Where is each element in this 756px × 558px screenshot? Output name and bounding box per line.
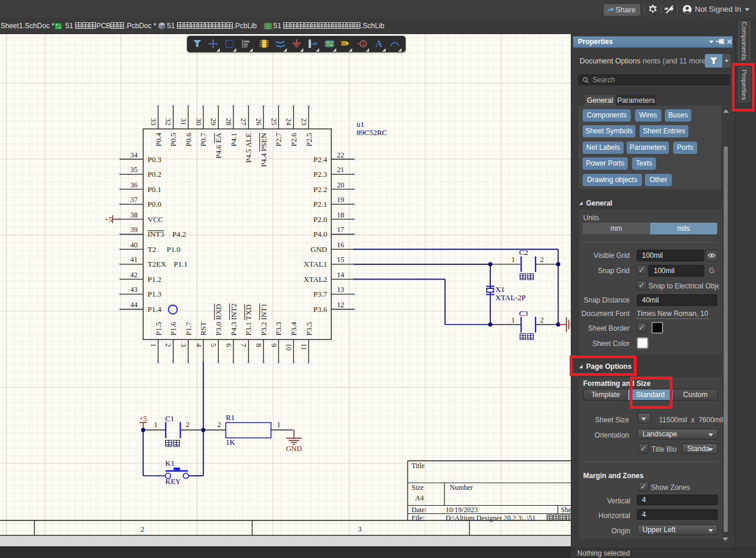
svg-text:P0.3: P0.3	[148, 155, 161, 164]
svg-text:1K: 1K	[226, 438, 236, 446]
svg-text:39: 39	[131, 226, 138, 234]
svg-text:2: 2	[186, 421, 189, 429]
svg-text:P4.0: P4.0	[313, 230, 327, 238]
svg-text:43: 43	[131, 285, 138, 294]
svg-text:36: 36	[131, 181, 138, 189]
svg-text:42: 42	[131, 271, 138, 279]
svg-text:XTAL-2P: XTAL-2P	[496, 293, 526, 302]
svg-text:C2: C2	[519, 248, 528, 257]
svg-text:A4: A4	[415, 494, 424, 502]
svg-text:P3.4: P3.4	[289, 322, 298, 336]
svg-text:D1: D1	[341, 41, 347, 46]
svg-text:15: 15	[337, 256, 344, 264]
svg-text:1: 1	[277, 421, 280, 429]
svg-text:25: 25	[270, 118, 278, 126]
svg-text:1: 1	[511, 316, 515, 324]
svg-text:2: 2	[218, 421, 221, 429]
svg-text:P4.2: P4.2	[172, 230, 186, 238]
svg-text:KEY: KEY	[165, 477, 181, 486]
svg-text:P1.6: P1.6	[169, 322, 178, 336]
svg-text:P1.2: P1.2	[148, 275, 161, 284]
svg-text:18: 18	[337, 211, 344, 219]
svg-text:1: 1	[511, 256, 515, 264]
svg-text:P3.0 RXD: P3.0 RXD	[214, 304, 223, 335]
svg-text:26: 26	[255, 118, 263, 126]
svg-text:28: 28	[225, 118, 233, 126]
svg-text:23: 23	[300, 118, 308, 126]
svg-text:P0.4: P0.4	[154, 133, 163, 147]
svg-text:P4.4 PSEN: P4.4 PSEN	[259, 132, 268, 167]
svg-text:GND: GND	[286, 445, 302, 453]
svg-text:P0.7: P0.7	[199, 133, 208, 147]
svg-text:P2.7: P2.7	[274, 133, 283, 147]
svg-text:32: 32	[164, 118, 172, 126]
svg-text:44: 44	[131, 301, 138, 309]
svg-text:P4.5 ALE: P4.5 ALE	[244, 133, 253, 163]
svg-text:INT3: INT3	[148, 230, 164, 238]
svg-text:89C52RC: 89C52RC	[357, 128, 387, 137]
svg-text:GND: GND	[310, 245, 327, 254]
svg-text:2: 2	[141, 525, 144, 533]
svg-text:6: 6	[225, 344, 233, 347]
svg-text:12: 12	[337, 301, 344, 309]
svg-text:3: 3	[358, 525, 362, 533]
svg-text:File:: File:	[412, 514, 424, 522]
svg-text:P4.1: P4.1	[229, 133, 238, 146]
svg-text:XTAL2: XTAL2	[303, 275, 327, 284]
svg-text:9: 9	[270, 344, 278, 347]
svg-text:VCC: VCC	[148, 215, 163, 224]
svg-text:P1.0: P1.0	[167, 245, 180, 254]
svg-text:24: 24	[285, 118, 293, 126]
svg-text:29: 29	[209, 118, 218, 126]
svg-text:P3.7: P3.7	[313, 290, 327, 298]
svg-text:P4.3 INT2: P4.3 INT2	[229, 304, 238, 336]
svg-text:P1.5: P1.5	[154, 322, 163, 335]
svg-text:21: 21	[337, 166, 344, 174]
svg-text:27: 27	[239, 118, 247, 126]
svg-text:34: 34	[131, 151, 138, 159]
svg-text:+5: +5	[105, 216, 112, 224]
svg-text:41: 41	[131, 256, 138, 264]
svg-text:P1.1: P1.1	[174, 260, 188, 268]
svg-text:Size: Size	[412, 483, 424, 492]
svg-text:17: 17	[337, 226, 344, 234]
svg-text:14: 14	[337, 271, 344, 279]
svg-text:22: 22	[337, 151, 344, 159]
svg-text:P0.6: P0.6	[184, 133, 193, 147]
svg-text:D:\Altium Designer 20.2.3\..\5: D:\Altium Designer 20.2.3\..\51	[446, 514, 536, 522]
svg-text:P2.2: P2.2	[313, 185, 327, 194]
svg-text:30: 30	[195, 118, 203, 126]
svg-text:C1: C1	[165, 414, 174, 423]
svg-text:P1.3: P1.3	[148, 290, 161, 298]
svg-text:K1: K1	[165, 459, 175, 468]
svg-text:P0.0: P0.0	[148, 200, 161, 209]
svg-text:P2.1: P2.1	[313, 200, 327, 209]
svg-text:XTAL1: XTAL1	[303, 260, 327, 268]
svg-text:2: 2	[540, 256, 544, 264]
svg-text:A: A	[375, 39, 383, 49]
svg-text:P2.4: P2.4	[313, 155, 327, 164]
svg-text:RST: RST	[199, 322, 208, 336]
svg-text:P2.3: P2.3	[313, 170, 327, 179]
svg-text:Date:: Date:	[412, 506, 427, 514]
svg-text:P0.5: P0.5	[169, 133, 178, 146]
svg-text:P3.1 TXD: P3.1 TXD	[244, 304, 253, 335]
svg-text:1: 1	[154, 421, 158, 429]
svg-text:Number: Number	[450, 483, 473, 492]
svg-text:40: 40	[131, 241, 138, 249]
svg-text:7: 7	[239, 344, 247, 347]
svg-text:38: 38	[131, 211, 138, 219]
svg-text:Title: Title	[412, 462, 424, 470]
svg-text:P2.5: P2.5	[305, 133, 313, 146]
svg-text:P1.4: P1.4	[148, 305, 162, 314]
svg-text:4: 4	[195, 344, 203, 348]
svg-text:+5: +5	[139, 415, 147, 423]
svg-text:2: 2	[540, 316, 544, 324]
svg-text:P2.6: P2.6	[289, 133, 298, 147]
svg-text:P1.7: P1.7	[184, 322, 193, 336]
svg-text:8: 8	[255, 344, 263, 347]
svg-text:P3.3: P3.3	[274, 322, 283, 335]
svg-text:P3.2 INT1: P3.2 INT1	[259, 304, 268, 336]
svg-text:10: 10	[285, 344, 293, 351]
svg-text:2: 2	[164, 344, 172, 347]
